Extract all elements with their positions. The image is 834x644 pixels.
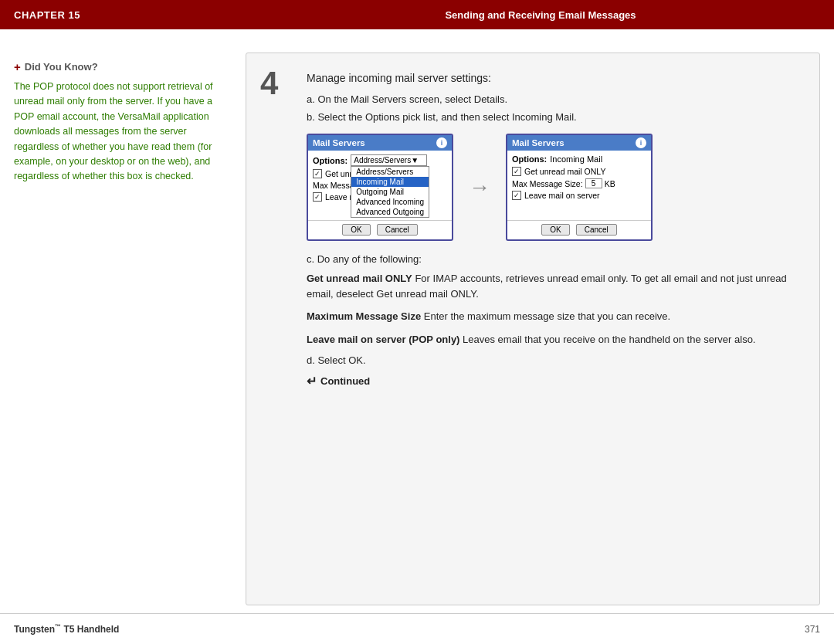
right-checkbox1-label: Get unread mail ONLY bbox=[524, 167, 605, 176]
did-you-know-header: + Did You Know? bbox=[14, 60, 230, 73]
plus-icon: + bbox=[14, 60, 21, 73]
sidebar: + Did You Know? The POP protocol does no… bbox=[14, 53, 246, 605]
menu-item-address[interactable]: Address/Servers bbox=[351, 167, 429, 177]
content-panel: 4 Manage incoming mail server settings: … bbox=[246, 53, 820, 605]
desc-max-size-text: Enter the maximum message size that you … bbox=[424, 310, 670, 322]
right-checkbox2-icon[interactable] bbox=[512, 191, 521, 200]
right-checkbox2-row: Leave mail on server bbox=[512, 191, 646, 200]
step-item-d: d. Select OK. bbox=[307, 354, 798, 366]
continued-icon: ↵ bbox=[307, 374, 317, 388]
desc-get-unread: Get unread mail ONLY For IMAP accounts, … bbox=[307, 271, 798, 301]
desc-leave-mail-text: Leaves email that you receive on the han… bbox=[463, 334, 755, 345]
right-options-label: Options: bbox=[512, 154, 547, 164]
menu-item-adv-outgoing[interactable]: Advanced Outgoing bbox=[351, 207, 429, 217]
continued-label: Continued bbox=[320, 375, 370, 387]
right-size-label: Max Message Size: bbox=[512, 179, 583, 188]
left-cancel-button[interactable]: Cancel bbox=[377, 224, 418, 236]
desc-leave-mail-label: Leave mail on server (POP only) bbox=[307, 334, 459, 345]
desc-get-unread-label: Get unread mail ONLY bbox=[307, 273, 412, 284]
left-options-label: Options: bbox=[313, 156, 348, 165]
footer-brand-text: Tungsten™ T5 Handheld bbox=[14, 624, 119, 635]
right-size-row: Max Message Size: 5 KB bbox=[512, 178, 646, 188]
step-title: Manage incoming mail server settings: bbox=[307, 72, 798, 84]
chapter-title: Sending and Receiving Email Messages bbox=[261, 9, 820, 21]
right-checkbox2-label: Leave mail on server bbox=[524, 191, 599, 200]
arrow-icon: → bbox=[469, 175, 490, 200]
right-cancel-button[interactable]: Cancel bbox=[576, 224, 617, 236]
step-number: 4 bbox=[260, 67, 278, 100]
page-footer: Tungsten™ T5 Handheld 371 bbox=[0, 613, 834, 644]
info-icon-right: i bbox=[636, 137, 646, 148]
menu-item-adv-incoming[interactable]: Advanced Incoming bbox=[351, 197, 429, 207]
left-title-bar: Mail Servers i bbox=[308, 135, 452, 151]
did-you-know-label: Did You Know? bbox=[25, 61, 98, 73]
left-dropdown-btn[interactable]: Address/Servers▼ bbox=[351, 154, 427, 166]
menu-item-incoming[interactable]: Incoming Mail bbox=[351, 177, 429, 187]
left-leave-icon[interactable] bbox=[313, 192, 322, 202]
step-item-b: b. Select the Options pick list, and the… bbox=[307, 111, 798, 123]
menu-item-outgoing[interactable]: Outgoing Mail bbox=[351, 187, 429, 197]
right-options-value: Incoming Mail bbox=[550, 154, 602, 164]
sidebar-body-text: The POP protocol does not support retrie… bbox=[14, 80, 230, 185]
chapter-label: CHAPTER 15 bbox=[14, 9, 261, 21]
left-checkbox1-icon[interactable] bbox=[313, 169, 322, 178]
continued-row: ↵ Continued bbox=[307, 374, 798, 388]
right-title-text: Mail Servers bbox=[512, 138, 564, 147]
footer-brand: Tungsten™ T5 Handheld bbox=[14, 623, 805, 635]
right-title-bar: Mail Servers i bbox=[507, 135, 651, 151]
footer-page-number: 371 bbox=[805, 624, 820, 635]
left-footer: OK Cancel bbox=[308, 220, 452, 239]
right-options-row: Options: Incoming Mail bbox=[512, 154, 646, 164]
right-checkbox1-row: Get unread mail ONLY bbox=[512, 167, 646, 176]
step-item-c: c. Do any of the following: bbox=[307, 253, 798, 265]
step-content: Manage incoming mail server settings: a.… bbox=[307, 72, 798, 388]
desc-leave-mail: Leave mail on server (POP only) Leaves e… bbox=[307, 332, 798, 347]
left-title-text: Mail Servers bbox=[313, 138, 365, 147]
left-dropdown-wrap[interactable]: Address/Servers▼ Address/Servers Incomin… bbox=[351, 154, 427, 166]
info-icon-left: i bbox=[436, 137, 447, 148]
screenshot-right: Mail Servers i Options: Incoming Mail Ge… bbox=[506, 134, 653, 241]
screenshot-left: Mail Servers i Options: Address/Servers▼ bbox=[307, 134, 453, 241]
screenshots-row: Mail Servers i Options: Address/Servers▼ bbox=[307, 134, 798, 241]
step-item-a: a. On the Mail Servers screen, select De… bbox=[307, 93, 798, 105]
left-ok-button[interactable]: OK bbox=[342, 224, 370, 236]
left-dropdown-value: Address/Servers bbox=[354, 156, 411, 164]
right-body: Options: Incoming Mail Get unread mail O… bbox=[507, 151, 651, 220]
main-content: + Did You Know? The POP protocol does no… bbox=[0, 29, 834, 613]
desc-max-size-label: Maximum Message Size bbox=[307, 310, 421, 322]
desc-max-size: Maximum Message Size Enter the maximum m… bbox=[307, 309, 798, 324]
right-size-input[interactable]: 5 bbox=[585, 178, 602, 188]
left-options-row: Options: Address/Servers▼ Address/Server… bbox=[313, 154, 447, 166]
right-ok-button[interactable]: OK bbox=[541, 224, 569, 236]
page-header: CHAPTER 15 Sending and Receiving Email M… bbox=[0, 0, 834, 29]
right-size-unit: KB bbox=[605, 179, 615, 188]
right-checkbox1-icon[interactable] bbox=[512, 167, 521, 176]
left-dropdown-menu: Address/Servers Incoming Mail Outgoing M… bbox=[351, 166, 429, 218]
left-body: Options: Address/Servers▼ Address/Server… bbox=[308, 151, 452, 220]
right-footer: OK Cancel bbox=[507, 220, 651, 239]
